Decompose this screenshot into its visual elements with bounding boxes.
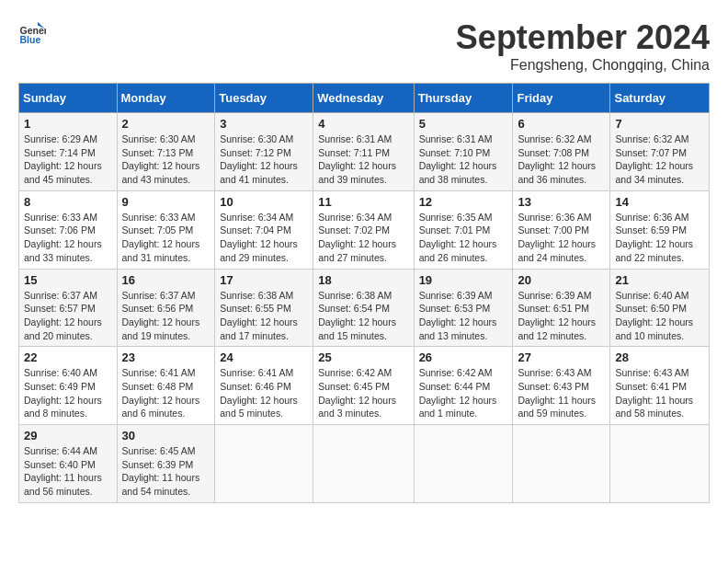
calendar-cell: 7 Sunrise: 6:32 AM Sunset: 7:07 PM Dayli… <box>610 113 710 191</box>
calendar-cell: 22 Sunrise: 6:40 AM Sunset: 6:49 PM Dayl… <box>19 347 118 425</box>
calendar-cell: 5 Sunrise: 6:31 AM Sunset: 7:10 PM Dayli… <box>414 113 513 191</box>
calendar-week-1: 1 Sunrise: 6:29 AM Sunset: 7:14 PM Dayli… <box>19 113 710 191</box>
day-content: Sunrise: 6:31 AM Sunset: 7:10 PM Dayligh… <box>419 132 508 187</box>
calendar-cell <box>414 425 513 503</box>
calendar-cell: 17 Sunrise: 6:38 AM Sunset: 6:55 PM Dayl… <box>215 269 313 347</box>
day-number: 6 <box>518 117 605 131</box>
day-content: Sunrise: 6:39 AM Sunset: 6:53 PM Dayligh… <box>419 289 508 343</box>
day-content: Sunrise: 6:41 AM Sunset: 6:48 PM Dayligh… <box>122 366 210 420</box>
calendar-cell: 18 Sunrise: 6:38 AM Sunset: 6:54 PM Dayl… <box>313 269 414 347</box>
calendar-body: 1 Sunrise: 6:29 AM Sunset: 7:14 PM Dayli… <box>19 113 710 503</box>
day-number: 18 <box>318 273 408 287</box>
calendar-cell <box>513 425 610 503</box>
calendar-cell: 27 Sunrise: 6:43 AM Sunset: 6:43 PM Dayl… <box>513 347 610 425</box>
weekday-header-wednesday: Wednesday <box>313 84 414 113</box>
day-number: 30 <box>122 429 210 442</box>
day-content: Sunrise: 6:35 AM Sunset: 7:01 PM Dayligh… <box>419 211 508 265</box>
calendar-cell: 14 Sunrise: 6:36 AM Sunset: 6:59 PM Dayl… <box>610 190 710 269</box>
calendar-cell: 1 Sunrise: 6:29 AM Sunset: 7:14 PM Dayli… <box>19 113 118 191</box>
day-content: Sunrise: 6:34 AM Sunset: 7:04 PM Dayligh… <box>220 211 308 265</box>
day-content: Sunrise: 6:40 AM Sunset: 6:50 PM Dayligh… <box>615 289 704 343</box>
day-number: 3 <box>220 117 308 131</box>
calendar-week-3: 15 Sunrise: 6:37 AM Sunset: 6:57 PM Dayl… <box>19 269 710 347</box>
calendar-cell <box>215 425 313 503</box>
day-content: Sunrise: 6:31 AM Sunset: 7:11 PM Dayligh… <box>318 132 408 187</box>
calendar-cell: 28 Sunrise: 6:43 AM Sunset: 6:41 PM Dayl… <box>610 347 710 425</box>
calendar-cell: 3 Sunrise: 6:30 AM Sunset: 7:12 PM Dayli… <box>215 113 313 191</box>
day-content: Sunrise: 6:40 AM Sunset: 6:49 PM Dayligh… <box>24 366 112 420</box>
calendar-cell: 24 Sunrise: 6:41 AM Sunset: 6:46 PM Dayl… <box>215 347 313 425</box>
calendar-cell: 25 Sunrise: 6:42 AM Sunset: 6:45 PM Dayl… <box>313 347 414 425</box>
calendar-cell: 8 Sunrise: 6:33 AM Sunset: 7:06 PM Dayli… <box>19 190 118 269</box>
calendar-cell: 2 Sunrise: 6:30 AM Sunset: 7:13 PM Dayli… <box>117 113 215 191</box>
weekday-header-thursday: Thursday <box>414 84 513 113</box>
day-number: 21 <box>615 273 704 287</box>
month-title: September 2024 <box>456 18 710 57</box>
day-number: 16 <box>122 273 210 287</box>
calendar-header-row: SundayMondayTuesdayWednesdayThursdayFrid… <box>19 84 710 113</box>
day-content: Sunrise: 6:44 AM Sunset: 6:40 PM Dayligh… <box>24 444 112 499</box>
calendar-week-5: 29 Sunrise: 6:44 AM Sunset: 6:40 PM Dayl… <box>19 425 710 503</box>
day-number: 8 <box>24 195 112 209</box>
weekday-header-friday: Friday <box>513 84 610 113</box>
calendar-cell: 13 Sunrise: 6:36 AM Sunset: 7:00 PM Dayl… <box>513 190 610 269</box>
calendar-cell <box>610 425 710 503</box>
day-content: Sunrise: 6:37 AM Sunset: 6:56 PM Dayligh… <box>122 289 210 343</box>
svg-text:Blue: Blue <box>20 34 41 45</box>
day-number: 25 <box>318 350 408 364</box>
day-number: 7 <box>615 117 704 131</box>
day-content: Sunrise: 6:39 AM Sunset: 6:51 PM Dayligh… <box>518 289 605 343</box>
day-number: 1 <box>24 117 112 131</box>
day-number: 15 <box>24 273 112 287</box>
day-number: 4 <box>318 117 408 131</box>
calendar-cell: 6 Sunrise: 6:32 AM Sunset: 7:08 PM Dayli… <box>513 113 610 191</box>
day-number: 20 <box>518 273 605 287</box>
calendar-cell: 19 Sunrise: 6:39 AM Sunset: 6:53 PM Dayl… <box>414 269 513 347</box>
day-content: Sunrise: 6:36 AM Sunset: 6:59 PM Dayligh… <box>615 211 704 265</box>
logo-icon: General Blue <box>18 18 46 46</box>
day-number: 19 <box>419 273 508 287</box>
day-number: 13 <box>518 195 605 209</box>
calendar-cell: 23 Sunrise: 6:41 AM Sunset: 6:48 PM Dayl… <box>117 347 215 425</box>
day-content: Sunrise: 6:34 AM Sunset: 7:02 PM Dayligh… <box>318 211 408 265</box>
header: General Blue September 2024 Fengsheng, C… <box>18 18 710 74</box>
day-number: 9 <box>122 195 210 209</box>
weekday-header-saturday: Saturday <box>610 84 710 113</box>
weekday-header-sunday: Sunday <box>19 84 118 113</box>
day-content: Sunrise: 6:43 AM Sunset: 6:41 PM Dayligh… <box>615 366 704 420</box>
calendar-cell: 21 Sunrise: 6:40 AM Sunset: 6:50 PM Dayl… <box>610 269 710 347</box>
day-content: Sunrise: 6:33 AM Sunset: 7:06 PM Dayligh… <box>24 211 112 265</box>
calendar-table: SundayMondayTuesdayWednesdayThursdayFrid… <box>18 83 710 503</box>
day-number: 23 <box>122 350 210 364</box>
calendar-cell: 29 Sunrise: 6:44 AM Sunset: 6:40 PM Dayl… <box>19 425 118 503</box>
calendar-cell: 9 Sunrise: 6:33 AM Sunset: 7:05 PM Dayli… <box>117 190 215 269</box>
day-content: Sunrise: 6:38 AM Sunset: 6:55 PM Dayligh… <box>220 289 308 343</box>
day-content: Sunrise: 6:42 AM Sunset: 6:45 PM Dayligh… <box>318 366 408 420</box>
calendar-cell: 16 Sunrise: 6:37 AM Sunset: 6:56 PM Dayl… <box>117 269 215 347</box>
calendar-cell <box>313 425 414 503</box>
day-number: 10 <box>220 195 308 209</box>
weekday-header-tuesday: Tuesday <box>215 84 313 113</box>
day-number: 28 <box>615 350 704 364</box>
logo: General Blue <box>18 18 46 46</box>
calendar-cell: 26 Sunrise: 6:42 AM Sunset: 6:44 PM Dayl… <box>414 347 513 425</box>
day-content: Sunrise: 6:30 AM Sunset: 7:12 PM Dayligh… <box>220 132 308 187</box>
calendar-week-4: 22 Sunrise: 6:40 AM Sunset: 6:49 PM Dayl… <box>19 347 710 425</box>
location-title: Fengsheng, Chongqing, China <box>456 57 710 74</box>
day-content: Sunrise: 6:37 AM Sunset: 6:57 PM Dayligh… <box>24 289 112 343</box>
day-content: Sunrise: 6:29 AM Sunset: 7:14 PM Dayligh… <box>24 132 112 187</box>
calendar-week-2: 8 Sunrise: 6:33 AM Sunset: 7:06 PM Dayli… <box>19 190 710 269</box>
day-number: 26 <box>419 350 508 364</box>
calendar-cell: 11 Sunrise: 6:34 AM Sunset: 7:02 PM Dayl… <box>313 190 414 269</box>
day-content: Sunrise: 6:32 AM Sunset: 7:08 PM Dayligh… <box>518 132 605 187</box>
day-number: 29 <box>24 429 112 442</box>
day-content: Sunrise: 6:41 AM Sunset: 6:46 PM Dayligh… <box>220 366 308 420</box>
day-content: Sunrise: 6:33 AM Sunset: 7:05 PM Dayligh… <box>122 211 210 265</box>
day-content: Sunrise: 6:36 AM Sunset: 7:00 PM Dayligh… <box>518 211 605 265</box>
day-content: Sunrise: 6:42 AM Sunset: 6:44 PM Dayligh… <box>419 366 508 420</box>
day-number: 12 <box>419 195 508 209</box>
day-number: 11 <box>318 195 408 209</box>
weekday-header-monday: Monday <box>117 84 215 113</box>
calendar-cell: 20 Sunrise: 6:39 AM Sunset: 6:51 PM Dayl… <box>513 269 610 347</box>
day-number: 2 <box>122 117 210 131</box>
